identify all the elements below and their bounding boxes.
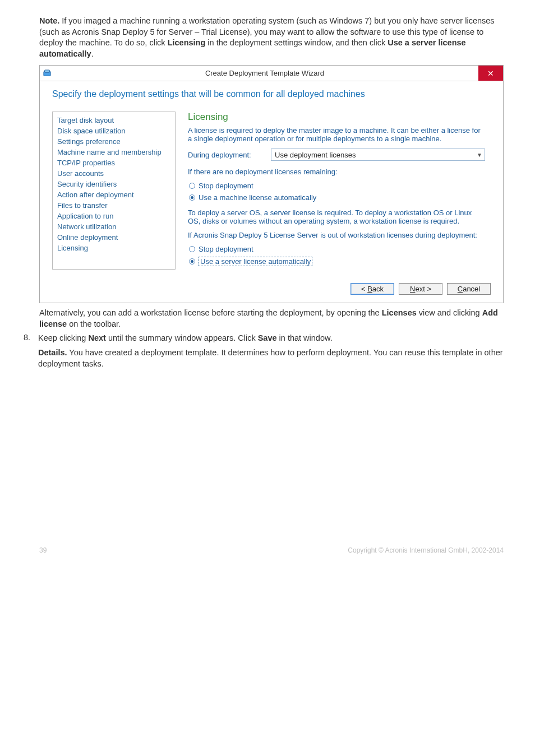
sidebar-item-action-after[interactable]: Action after deployment bbox=[57, 189, 170, 200]
sidebar-item-label: User accounts bbox=[57, 169, 104, 178]
radio-label: Use a machine license automatically bbox=[199, 193, 316, 202]
panel-row: Target disk layout Disk space utilizatio… bbox=[52, 112, 491, 270]
close-icon: ✕ bbox=[487, 69, 494, 78]
next-word: Next bbox=[88, 333, 105, 342]
sidebar-item-settings-pref[interactable]: Settings preference bbox=[57, 136, 170, 147]
step-pre: Keep clicking bbox=[38, 333, 88, 342]
chevron-down-icon: ▼ bbox=[477, 152, 482, 158]
sidebar-item-files-transfer[interactable]: Files to transfer bbox=[57, 200, 170, 211]
dialog-body: Specify the deployment settings that wil… bbox=[40, 81, 503, 276]
content-intro: A license is required to deploy the mast… bbox=[188, 126, 485, 143]
licenses-word: Licenses bbox=[382, 308, 417, 317]
sidebar-item-label: Target disk layout bbox=[57, 116, 114, 124]
sidebar-item-user-accounts[interactable]: User accounts bbox=[57, 168, 170, 179]
note-label: Note. bbox=[39, 16, 59, 25]
sidebar-item-security-id[interactable]: Security identifiers bbox=[57, 179, 170, 189]
radio-stop-1[interactable]: Stop deployment bbox=[188, 182, 485, 190]
step-line: Keep clicking Next until the summary win… bbox=[38, 333, 504, 344]
dialog-title: Create Deployment Template Wizard bbox=[51, 69, 478, 77]
dialog-heading: Specify the deployment settings that wil… bbox=[52, 89, 491, 99]
sidebar: Target disk layout Disk space utilizatio… bbox=[52, 112, 176, 270]
step-end: in that window. bbox=[277, 333, 333, 342]
back-post: ack bbox=[372, 285, 384, 293]
sidebar-item-label: Machine name and membership bbox=[57, 148, 162, 156]
if-none-label: If there are no deployment licenses rema… bbox=[188, 168, 485, 176]
radio-icon bbox=[189, 246, 195, 252]
radio-label: Stop deployment bbox=[199, 182, 253, 190]
cancel-u: C bbox=[458, 285, 463, 293]
next-post: ext > bbox=[415, 285, 431, 293]
intro-note: Note. If you imaged a machine running a … bbox=[39, 16, 504, 59]
step-number: 8. bbox=[22, 333, 30, 373]
during-label: During deployment: bbox=[188, 151, 271, 159]
sidebar-item-label: Settings preference bbox=[57, 137, 121, 146]
alt-text: Alternatively, you can add a workstation… bbox=[39, 308, 504, 330]
back-pre: < bbox=[361, 285, 367, 293]
sidebar-item-tcpip[interactable]: TCP/IP properties bbox=[57, 157, 170, 168]
radio-server-auto[interactable]: Use a server license automatically bbox=[188, 257, 485, 266]
page-number: 39 bbox=[39, 546, 47, 554]
radio-machine-auto[interactable]: Use a machine license automatically bbox=[188, 193, 485, 202]
back-u: B bbox=[367, 285, 372, 293]
step-mid: until the summary window appears. Click bbox=[106, 333, 258, 342]
sidebar-item-network-util[interactable]: Network utilization bbox=[57, 221, 170, 232]
licensing-word: Licensing bbox=[168, 38, 206, 47]
note-tail: in the deployment settings window, and t… bbox=[205, 38, 388, 47]
sidebar-item-label: Online deployment bbox=[57, 233, 118, 242]
cancel-button[interactable]: Cancel bbox=[447, 283, 491, 295]
sidebar-item-online-deploy[interactable]: Online deployment bbox=[57, 232, 170, 243]
radio-icon bbox=[189, 183, 195, 189]
details-text: You have created a deployment template. … bbox=[38, 348, 503, 368]
sidebar-item-label: Network utilization bbox=[57, 222, 117, 231]
note-period: . bbox=[91, 49, 94, 58]
content-heading: Licensing bbox=[188, 112, 485, 123]
radio-icon-selected bbox=[189, 194, 195, 201]
sidebar-item-label: Disk space utilization bbox=[57, 127, 125, 135]
sidebar-item-label: Licensing bbox=[57, 244, 88, 252]
license-type-select[interactable]: Use deployment licenses ▼ bbox=[271, 149, 485, 161]
sidebar-item-label: Application to run bbox=[57, 212, 113, 220]
sidebar-item-target-disk[interactable]: Target disk layout bbox=[57, 115, 170, 126]
sidebar-item-app-run[interactable]: Application to run bbox=[57, 211, 170, 221]
alt-mid: view and clicking bbox=[417, 308, 482, 317]
sidebar-item-label: TCP/IP properties bbox=[57, 159, 115, 167]
if-out-label: If Acronis Snap Deploy 5 License Server … bbox=[188, 231, 485, 239]
step-8: 8. Keep clicking Next until the summary … bbox=[22, 333, 504, 373]
alt-end: on the toolbar. bbox=[67, 319, 121, 328]
button-row: < Back Next > Cancel bbox=[40, 276, 503, 303]
radio-label-focused: Use a server license automatically bbox=[199, 257, 312, 266]
radio-stop-2[interactable]: Stop deployment bbox=[188, 245, 485, 253]
copyright: Copyright © Acronis International GmbH, … bbox=[348, 546, 504, 554]
sidebar-item-label: Files to transfer bbox=[57, 201, 108, 210]
select-value: Use deployment licenses bbox=[275, 151, 356, 159]
sidebar-item-label: Action after deployment bbox=[57, 191, 134, 199]
back-button[interactable]: < Back bbox=[350, 283, 394, 295]
app-icon bbox=[43, 69, 51, 77]
sidebar-item-label: Security identifiers bbox=[57, 180, 117, 188]
sidebar-item-licensing[interactable]: Licensing bbox=[57, 243, 170, 253]
during-deploy-row: During deployment: Use deployment licens… bbox=[188, 149, 485, 161]
details-line: Details. You have created a deployment t… bbox=[38, 347, 504, 369]
next-button[interactable]: Next > bbox=[399, 283, 442, 295]
close-button[interactable]: ✕ bbox=[478, 66, 503, 81]
details-label: Details. bbox=[38, 348, 67, 357]
alt-pre: Alternatively, you can add a workstation… bbox=[39, 308, 382, 317]
titlebar-icon-wrap bbox=[43, 69, 51, 77]
svg-rect-1 bbox=[45, 70, 50, 72]
next-u: N bbox=[410, 285, 415, 293]
save-word: Save bbox=[258, 333, 277, 342]
server-os-text: To deploy a server OS, a server license … bbox=[188, 208, 485, 225]
sidebar-item-machine-name[interactable]: Machine name and membership bbox=[57, 147, 170, 157]
footer: 39 Copyright © Acronis International Gmb… bbox=[39, 546, 504, 554]
wizard-dialog: Create Deployment Template Wizard ✕ Spec… bbox=[39, 65, 504, 303]
content-panel: Licensing A license is required to deplo… bbox=[176, 112, 491, 270]
radio-label: Stop deployment bbox=[199, 245, 253, 253]
cancel-post: ancel bbox=[463, 285, 480, 293]
sidebar-item-disk-space[interactable]: Disk space utilization bbox=[57, 126, 170, 136]
titlebar: Create Deployment Template Wizard ✕ bbox=[40, 66, 503, 81]
radio-icon-selected bbox=[189, 258, 195, 265]
